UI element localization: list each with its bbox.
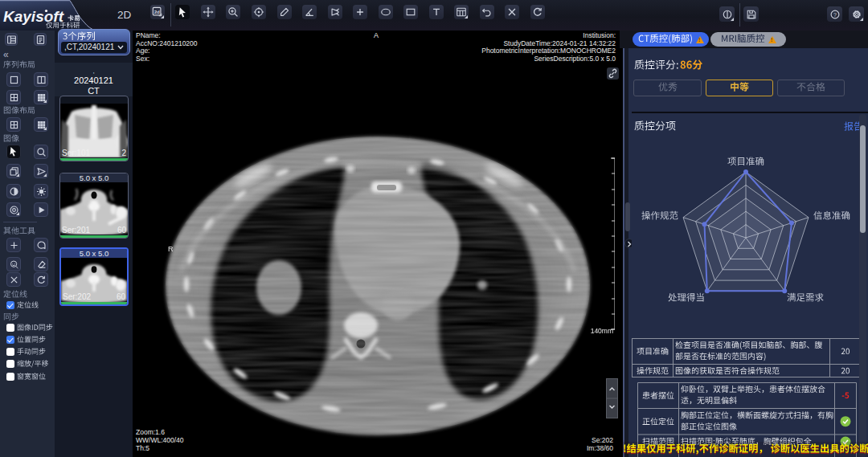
svg-text:2d: 2d: [154, 9, 160, 14]
svg-text:?: ?: [833, 11, 836, 17]
svg-text:Kayisoft: Kayisoft: [3, 8, 64, 25]
